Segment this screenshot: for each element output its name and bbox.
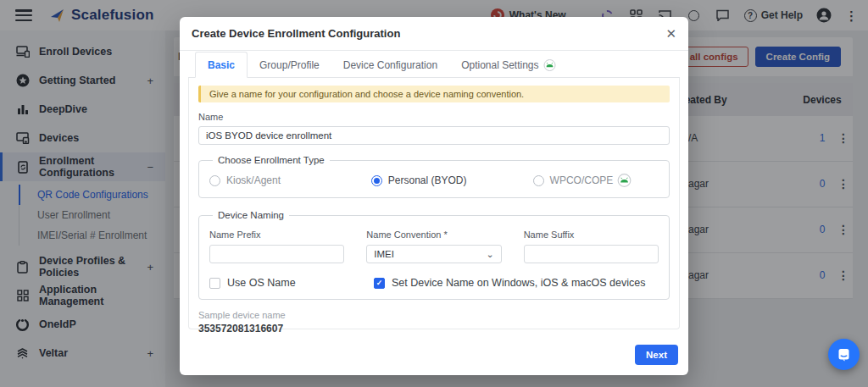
checkbox-label: Use OS Name (227, 277, 296, 289)
tab-label: Basic (208, 59, 235, 71)
sample-device-name-label: Sample device name (198, 310, 670, 320)
close-icon[interactable]: ✕ (665, 27, 676, 40)
tab-basic[interactable]: Basic (195, 52, 248, 78)
radio-personal-byod[interactable]: Personal (BYOD) (371, 174, 533, 187)
modal-title: Create Device Enrollment Configuration (192, 27, 400, 40)
modal-footer: Next (180, 345, 688, 375)
basic-tab-panel: Give a name for your configuration and c… (188, 78, 680, 329)
name-input[interactable] (198, 126, 670, 145)
create-enrollment-config-modal: Create Device Enrollment Configuration ✕… (180, 17, 688, 375)
set-device-name-checkbox[interactable]: ✓ Set Device Name on Windows, iOS & macO… (374, 277, 659, 289)
name-convention-label: Name Convention * (366, 229, 501, 240)
checkbox-checked-icon: ✓ (374, 278, 385, 289)
chevron-down-icon: ⌄ (486, 249, 493, 260)
checkbox-label: Set Device Name on Windows, iOS & macOS … (392, 277, 645, 289)
name-convention-select[interactable]: IMEI ⌄ (366, 245, 501, 263)
name-prefix-label: Name Prefix (209, 229, 344, 240)
sample-device-name-value: 353572081316607 (198, 323, 670, 334)
enrollment-type-fieldset: Choose Enrollment Type Kiosk/Agent Perso… (198, 155, 670, 198)
name-label: Name (198, 112, 670, 122)
name-prefix-input[interactable] (209, 245, 344, 263)
tab-label: Optional Settings (461, 59, 538, 71)
tab-optional-settings[interactable]: Optional Settings (449, 52, 567, 77)
android-icon (543, 59, 556, 71)
radio-label: Personal (BYOD) (388, 174, 467, 186)
modal-header: Create Device Enrollment Configuration ✕ (180, 17, 688, 51)
tab-label: Device Configuration (343, 59, 437, 71)
selected-value: IMEI (374, 249, 394, 259)
radio-icon (533, 175, 544, 186)
device-naming-legend: Device Naming (213, 210, 289, 220)
use-os-name-checkbox[interactable]: Use OS Name (209, 277, 352, 289)
name-suffix-input[interactable] (524, 245, 659, 263)
name-suffix-label: Name Suffix (524, 229, 659, 240)
radio-label: Kiosk/Agent (226, 174, 281, 186)
tab-device-configuration[interactable]: Device Configuration (331, 52, 449, 77)
tab-group-profile[interactable]: Group/Profile (248, 52, 331, 77)
device-naming-fieldset: Device Naming Name Prefix Name Conventio… (198, 210, 670, 300)
enrollment-type-legend: Choose Enrollment Type (213, 155, 330, 165)
info-banner: Give a name for your configuration and c… (198, 86, 670, 102)
tab-label: Group/Profile (259, 59, 320, 71)
chat-bubble-icon (837, 347, 851, 362)
checkbox-icon (209, 278, 220, 289)
chat-launcher-button[interactable] (828, 339, 860, 370)
radio-checked-icon (371, 175, 382, 186)
radio-icon (209, 175, 220, 186)
radio-wpco-cope[interactable]: WPCO/COPE (533, 174, 659, 187)
next-button[interactable]: Next (635, 345, 678, 365)
radio-kiosk-agent[interactable]: Kiosk/Agent (209, 174, 371, 187)
radio-label: WPCO/COPE (550, 174, 632, 187)
radio-label-text: WPCO/COPE (550, 174, 614, 186)
modal-tabs: Basic Group/Profile Device Configuration… (188, 52, 680, 78)
android-icon (617, 174, 632, 187)
